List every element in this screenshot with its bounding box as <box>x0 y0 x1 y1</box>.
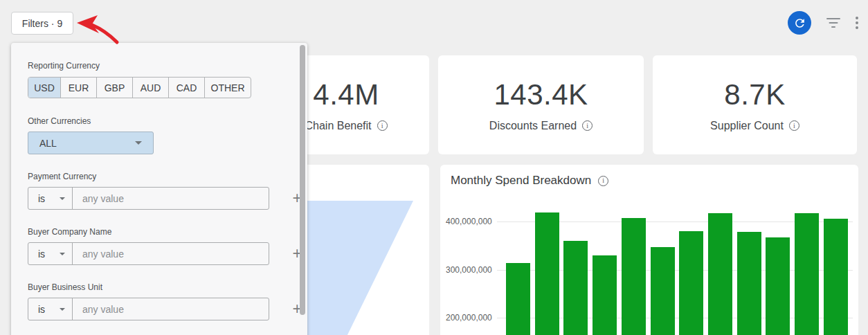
chart-title-row: Monthly Spend Breakdown <box>451 174 608 188</box>
buyer-company-name-row: is + <box>28 242 302 265</box>
info-icon[interactable] <box>582 120 593 131</box>
kpi-label: Chain Benefit <box>305 120 387 132</box>
kpi-label-text: Supplier Count <box>710 120 784 132</box>
bar[interactable] <box>824 219 848 335</box>
chevron-down-icon <box>60 253 65 255</box>
bar[interactable] <box>737 232 761 335</box>
buyer-business-unit-row: is + <box>28 298 302 320</box>
operator-value: is <box>38 193 45 204</box>
currency-option-other[interactable]: OTHER <box>204 78 251 98</box>
other-currencies-select[interactable]: ALL <box>28 132 154 154</box>
kpi-label: Supplier Count <box>710 120 799 132</box>
bar[interactable] <box>506 263 530 335</box>
kpi-card-discounts-earned: 143.4K Discounts Earned <box>438 55 644 154</box>
bar[interactable] <box>708 213 732 335</box>
buyer-company-name-label: Buyer Company Name <box>28 227 111 237</box>
operator-select[interactable]: is <box>28 243 73 264</box>
bar[interactable] <box>766 237 790 335</box>
bar-chart-plot <box>497 194 853 335</box>
operator-value: is <box>38 304 45 315</box>
kpi-value: 143.4K <box>494 78 588 111</box>
chart-title: Monthly Spend Breakdown <box>451 174 591 188</box>
filter-list-icon[interactable] <box>826 17 840 28</box>
refresh-button[interactable] <box>788 11 811 35</box>
kpi-label: Discounts Earned <box>489 120 593 132</box>
kpi-label-text: Discounts Earned <box>489 120 577 132</box>
chevron-down-icon <box>135 141 142 145</box>
bar[interactable] <box>795 213 819 335</box>
bar[interactable] <box>535 212 559 335</box>
info-icon[interactable] <box>377 120 388 131</box>
kpi-label-text: Chain Benefit <box>305 120 371 132</box>
info-icon[interactable] <box>789 120 799 131</box>
currency-option-gbp[interactable]: GBP <box>96 78 132 98</box>
reporting-currency-segmented: USD EUR GBP AUD CAD OTHER <box>28 77 251 98</box>
payment-currency-row: is + <box>28 187 302 210</box>
monthly-spend-card: Monthly Spend Breakdown 400,000,000 300,… <box>440 165 858 335</box>
filter-value-input[interactable] <box>73 243 269 264</box>
kpi-value: 4.4M <box>313 78 379 111</box>
filter-panel: Reporting Currency USD EUR GBP AUD CAD O… <box>11 43 307 335</box>
dashboard-page: Filters · 9 4.4M Chain Benefit 143.4K Di… <box>0 0 868 335</box>
reporting-currency-label: Reporting Currency <box>28 61 100 71</box>
kebab-menu-icon[interactable] <box>856 17 858 29</box>
filter-control-group: is <box>28 187 269 210</box>
operator-value: is <box>38 248 45 260</box>
y-tick: 400,000,000 <box>446 217 491 226</box>
kpi-card-supplier-count: 8.7K Supplier Count <box>653 55 857 154</box>
bar[interactable] <box>651 247 675 335</box>
bar[interactable] <box>622 218 646 335</box>
filter-control-group: is <box>28 298 269 320</box>
filter-value-input[interactable] <box>73 188 269 209</box>
currency-option-usd[interactable]: USD <box>28 78 60 98</box>
currency-option-cad[interactable]: CAD <box>168 78 204 98</box>
chevron-down-icon <box>60 308 65 311</box>
operator-select[interactable]: is <box>28 298 73 320</box>
payment-currency-label: Payment Currency <box>28 172 96 181</box>
panel-scrollbar[interactable] <box>300 45 305 315</box>
filter-control-group: is <box>28 242 269 265</box>
y-tick: 200,000,000 <box>446 313 491 323</box>
buyer-business-unit-label: Buyer Business Unit <box>28 282 102 292</box>
bar[interactable] <box>563 241 588 335</box>
toolbar <box>788 11 858 35</box>
currency-option-aud[interactable]: AUD <box>132 78 168 98</box>
kpi-value: 8.7K <box>724 78 785 111</box>
info-icon[interactable] <box>598 176 608 186</box>
filter-value-input[interactable] <box>73 298 269 320</box>
filters-button[interactable]: Filters · 9 <box>11 12 73 35</box>
y-axis: 400,000,000 300,000,000 200,000,000 <box>446 194 491 335</box>
operator-select[interactable]: is <box>28 188 73 209</box>
chevron-down-icon <box>60 197 65 200</box>
other-currencies-label: Other Currencies <box>28 116 91 126</box>
other-currencies-value: ALL <box>39 138 57 149</box>
y-tick: 300,000,000 <box>446 265 491 275</box>
refresh-icon <box>793 17 806 30</box>
currency-option-eur[interactable]: EUR <box>60 78 96 98</box>
bar[interactable] <box>593 255 617 335</box>
bar[interactable] <box>679 231 703 335</box>
